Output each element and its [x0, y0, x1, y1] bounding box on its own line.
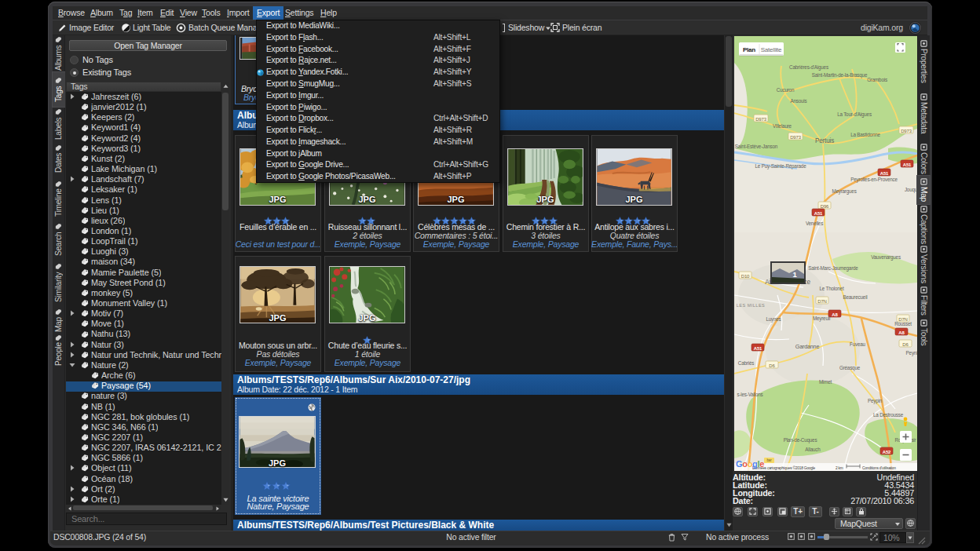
svg-text:2 km: 2 km — [836, 466, 843, 470]
svg-text:D6: D6 — [902, 342, 909, 347]
svg-text:A8: A8 — [898, 330, 905, 335]
svg-text:Meyreuil: Meyreuil — [813, 316, 830, 322]
svg-text:Cabriès: Cabriès — [738, 360, 754, 366]
svg-text:Fuveau: Fuveau — [850, 341, 866, 347]
svg-text:Allauch: Allauch — [805, 447, 821, 452]
svg-text:Saint-Marc-Jaumegarde: Saint-Marc-Jaumegarde — [808, 265, 858, 272]
svg-text:Gardanne: Gardanne — [795, 343, 820, 350]
svg-text:Google: Google — [736, 459, 764, 469]
svg-text:D973: D973 — [901, 129, 912, 133]
svg-text:Beaurecueil: Beaurecueil — [843, 294, 867, 300]
svg-text:Rousset: Rousset — [894, 321, 912, 327]
svg-text:Le Tholonet: Le Tholonet — [820, 286, 844, 291]
svg-text:Ansouis: Ansouis — [790, 98, 806, 104]
svg-text:D96: D96 — [821, 204, 829, 209]
svg-text:Cucuron: Cucuron — [777, 87, 795, 93]
svg-text:Satellite: Satellite — [761, 46, 782, 53]
svg-text:Le Puy-Sainte-Réparade: Le Puy-Sainte-Réparade — [755, 163, 807, 170]
svg-text:Villelaure: Villelaure — [773, 123, 792, 129]
svg-text:A51: A51 — [880, 171, 889, 176]
svg-text:LES MILLES: LES MILLES — [737, 303, 766, 308]
svg-text:Cabrières-d'Aigues: Cabrières-d'Aigues — [789, 64, 828, 71]
svg-text:Meyrargues: Meyrargues — [832, 188, 856, 195]
svg-text:A8: A8 — [832, 312, 838, 317]
svg-text:Peypin: Peypin — [868, 398, 883, 404]
svg-text:Saint-Estève-Janson: Saint-Estève-Janson — [735, 144, 778, 149]
svg-text:Venelles: Venelles — [806, 221, 823, 226]
svg-text:D973: D973 — [790, 135, 801, 140]
svg-text:Saint-Martin-de-la-Brasque: Saint-Martin-de-la-Brasque — [812, 72, 868, 78]
svg-text:D7N: D7N — [817, 299, 826, 304]
svg-text:Pertuis: Pertuis — [815, 137, 834, 144]
svg-text:La Bastidonne: La Bastidonne — [850, 132, 880, 137]
svg-text:A52: A52 — [883, 450, 891, 454]
svg-text:Plan-de-Cuques: Plan-de-Cuques — [784, 437, 817, 443]
svg-text:bar: bar — [767, 458, 773, 462]
svg-text:A51: A51 — [814, 211, 823, 216]
svg-text:La Destrousse: La Destrousse — [873, 412, 904, 418]
svg-text:Mimet: Mimet — [819, 379, 832, 385]
svg-text:s-les-Vallons: s-les-Vallons — [737, 392, 763, 397]
svg-text:Jouqu: Jouqu — [905, 187, 917, 193]
svg-text:A51: A51 — [754, 346, 762, 351]
svg-text:La Tour-d'Aigues: La Tour-d'Aigues — [837, 111, 872, 118]
svg-text:Peyni: Peyni — [906, 350, 917, 356]
svg-text:Conditions d'utilisation: Conditions d'utilisation — [862, 466, 896, 470]
svg-text:Grambois: Grambois — [867, 77, 887, 82]
svg-text:D973: D973 — [755, 117, 766, 122]
svg-text:Vauvenargues: Vauvenargues — [871, 254, 901, 261]
svg-text:D10: D10 — [741, 274, 750, 279]
svg-text:Luynes: Luynes — [766, 316, 781, 323]
svg-text:Gréasque: Gréasque — [839, 365, 861, 371]
svg-text:A51: A51 — [903, 162, 912, 167]
svg-text:D6: D6 — [769, 363, 775, 368]
svg-text:Peyrolles-en-Provence: Peyrolles-en-Provence — [850, 177, 898, 183]
svg-text:Plan: Plan — [743, 46, 755, 53]
